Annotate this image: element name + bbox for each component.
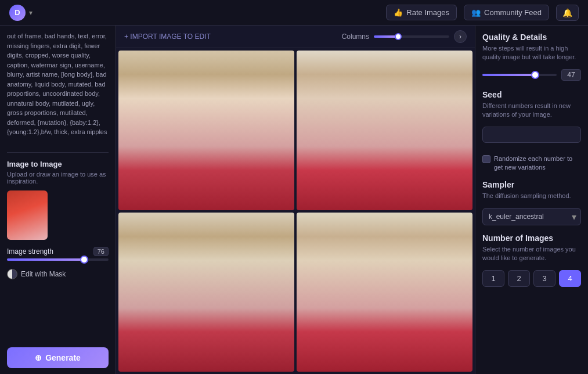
negative-prompt-text: out of frame, bad hands, text, error, mi… (7, 31, 109, 137)
img2img-thumbnail[interactable] (7, 190, 48, 240)
edit-with-mask-row[interactable]: Edit with Mask (7, 269, 109, 279)
sampler-section-desc: The diffusion sampling method. (482, 192, 581, 200)
people-icon: 👥 (471, 8, 481, 17)
top-navigation: D ▾ 👍 Rate Images 👥 Community Feed 🔔 (0, 0, 588, 26)
image-cell-2[interactable] (297, 51, 472, 210)
strength-slider[interactable] (7, 258, 109, 261)
columns-slider-fill (374, 35, 396, 38)
columns-slider[interactable] (374, 35, 449, 38)
quality-section-title: Quality & Details (482, 33, 581, 42)
quality-slider-row: 47 (482, 69, 581, 81)
rate-images-button[interactable]: 👍 Rate Images (386, 5, 457, 20)
quality-slider-fill (482, 74, 535, 76)
community-feed-button[interactable]: 👥 Community Feed (464, 5, 549, 20)
image-grid (116, 48, 475, 374)
image-cell-4[interactable] (297, 213, 472, 372)
columns-label: Columns (342, 33, 369, 41)
strength-row: Image strength 76 (7, 247, 109, 256)
image-cell-3[interactable] (118, 213, 294, 372)
sampler-select[interactable]: k_euler_ancestralk_eulerk_dpm_2k_dpm_2_a… (482, 208, 581, 225)
quality-slider-thumb (531, 71, 539, 79)
img2img-section-desc: Upload or draw an image to use as inspir… (7, 171, 109, 185)
edit-mask-label: Edit with Mask (21, 270, 66, 278)
import-image-link[interactable]: + IMPORT IMAGE TO EDIT (124, 33, 211, 41)
right-panel: Quality & Details More steps will result… (475, 26, 588, 374)
num-images-desc: Select the number of images you would li… (482, 245, 581, 263)
num-images-section: Number of Images Select the number of im… (482, 233, 581, 287)
seed-section: Seed Different numbers result in new var… (482, 90, 581, 146)
num-images-title: Number of Images (482, 233, 581, 243)
sampler-select-wrapper: k_euler_ancestralk_eulerk_dpm_2k_dpm_2_a… (482, 208, 581, 225)
logo-icon[interactable]: D (9, 5, 26, 21)
thumbnail-image (7, 190, 48, 240)
thumbs-up-icon: 👍 (394, 8, 403, 17)
randomize-checkbox-row[interactable]: Randomize each number to get new variati… (482, 154, 581, 172)
generate-plus-icon: ⊕ (35, 353, 42, 362)
seed-input[interactable] (482, 127, 581, 143)
left-panel: out of frame, bad hands, text, error, mi… (0, 26, 116, 374)
img2img-section-title: Image to Image (7, 160, 109, 168)
chevron-down-icon[interactable]: ▾ (29, 9, 33, 17)
quality-section-desc: More steps will result in a high quality… (482, 44, 581, 62)
num-images-btn-2[interactable]: 2 (508, 270, 530, 287)
strength-slider-fill (7, 258, 84, 261)
quality-slider[interactable] (482, 74, 557, 76)
logo-area: D ▾ (9, 5, 33, 21)
strength-label: Image strength (7, 247, 53, 256)
notification-button[interactable]: 🔔 (556, 5, 579, 21)
sampler-section: Sampler The diffusion sampling method. k… (482, 180, 581, 225)
num-images-buttons: 1234 (482, 270, 581, 287)
image-cell-1[interactable] (118, 51, 294, 210)
seed-section-desc: Different numbers result in new variatio… (482, 102, 581, 120)
num-images-btn-3[interactable]: 3 (533, 270, 555, 287)
quality-value: 47 (561, 69, 581, 81)
strength-value: 76 (93, 247, 109, 256)
randomize-checkbox[interactable] (482, 155, 490, 163)
num-images-btn-1[interactable]: 1 (482, 270, 504, 287)
center-panel: + IMPORT IMAGE TO EDIT Columns › (116, 26, 475, 374)
num-images-btn-4[interactable]: 4 (559, 270, 581, 287)
generate-button[interactable]: ⊕ Generate (7, 347, 109, 368)
main-layout: out of frame, bad hands, text, error, mi… (0, 26, 588, 374)
columns-row: Columns › (342, 30, 467, 43)
sampler-section-title: Sampler (482, 180, 581, 189)
bell-icon: 🔔 (562, 8, 572, 17)
strength-slider-thumb (80, 256, 88, 264)
center-toolbar: + IMPORT IMAGE TO EDIT Columns › (116, 26, 475, 48)
randomize-label: Randomize each number to get new variati… (494, 154, 581, 172)
half-circle-icon (7, 269, 17, 279)
seed-section-title: Seed (482, 90, 581, 99)
columns-slider-thumb (395, 33, 402, 40)
columns-arrow-button[interactable]: › (454, 30, 467, 43)
topnav-actions: 👍 Rate Images 👥 Community Feed 🔔 (386, 5, 579, 21)
